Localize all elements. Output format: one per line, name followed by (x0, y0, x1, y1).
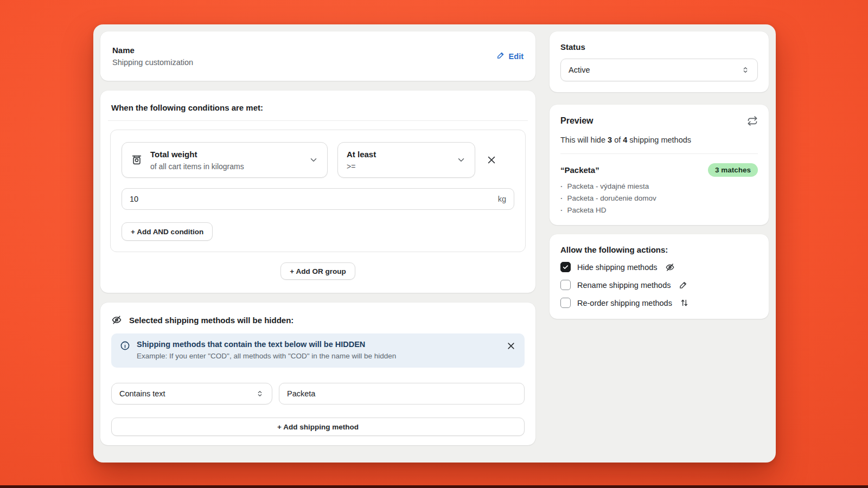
banner-heading: Shipping methods that contain the text b… (137, 340, 396, 349)
preview-header: Preview (560, 115, 758, 126)
settings-panel: Name Shipping customization Edit When th… (93, 24, 776, 463)
conditions-title: When the following conditions are met: (100, 91, 535, 120)
action-reorder-shipping-methods[interactable]: Re-order shipping methods (560, 298, 758, 308)
remove-condition-button[interactable] (486, 155, 497, 165)
info-icon (120, 341, 130, 351)
stepper-icon (256, 389, 264, 398)
action-rename-shipping-methods[interactable]: Rename shipping methods (560, 280, 758, 290)
condition-field-texts: Total weight of all cart items in kilogr… (150, 150, 244, 171)
chevron-down-icon (456, 155, 466, 165)
condition-operator-select[interactable]: At least >= (337, 142, 475, 178)
name-value: Shipping customization (112, 58, 193, 67)
condition-row: Total weight of all cart items in kilogr… (122, 142, 514, 178)
arrows-up-down-icon (680, 298, 689, 307)
name-card: Name Shipping customization Edit (100, 31, 535, 81)
eye-off-icon (665, 262, 675, 272)
action-label: Rename shipping methods (577, 281, 671, 290)
action-hide-shipping-methods[interactable]: Hide shipping methods (560, 262, 758, 272)
condition-operator-texts: At least >= (347, 150, 376, 171)
hide-methods-checkbox[interactable] (560, 262, 571, 272)
name-block: Name Shipping customization (112, 46, 193, 67)
matches-badge: 3 matches (708, 163, 758, 177)
banner-example: Example: If you enter "COD", all methods… (137, 352, 396, 360)
main-column: Name Shipping customization Edit When th… (100, 31, 535, 455)
hidden-methods-card: Selected shipping methods will be hidden… (100, 303, 535, 445)
preview-card: Preview This will hide 3 of 4 shipping m… (550, 105, 769, 225)
stepper-icon (741, 66, 750, 74)
summary-suffix: shipping methods (627, 136, 691, 144)
add-and-condition-button[interactable]: + Add AND condition (122, 222, 213, 241)
divider (108, 120, 528, 121)
summary-of: of (612, 136, 623, 144)
action-label: Re-order shipping methods (577, 299, 672, 307)
hidden-methods-header: Selected shipping methods will be hidden… (111, 314, 525, 325)
condition-field-label: Total weight (150, 150, 244, 159)
screen-bottom-edge (0, 485, 868, 488)
rename-methods-checkbox[interactable] (560, 280, 571, 290)
list-item: Packeta - výdajné miesta (560, 182, 758, 190)
chevron-down-icon (309, 155, 318, 165)
pencil-icon (496, 51, 505, 61)
list-item: Packeta - doručenie domov (560, 194, 758, 202)
query-label: “Packeta” (560, 165, 599, 175)
name-label: Name (112, 46, 193, 55)
add-shipping-method-button[interactable]: + Add shipping method (111, 418, 525, 436)
hidden-count: 3 (608, 136, 612, 144)
summary-prefix: This will hide (560, 136, 608, 144)
info-banner: Shipping methods that contain the text b… (111, 333, 525, 368)
or-group-wrap: + Add OR group (100, 262, 535, 280)
condition-value-input[interactable] (130, 195, 498, 203)
preview-title: Preview (560, 116, 593, 126)
method-match-row: Contains text (111, 383, 525, 404)
method-text-input[interactable] (279, 383, 525, 404)
status-value: Active (569, 66, 590, 74)
condition-field-sublabel: of all cart items in kilograms (150, 162, 244, 171)
condition-field-select[interactable]: Total weight of all cart items in kilogr… (122, 142, 328, 178)
condition-group: Total weight of all cart items in kilogr… (110, 130, 526, 252)
match-type-select[interactable]: Contains text (111, 383, 272, 404)
match-list: Packeta - výdajné miesta Packeta - doruč… (560, 182, 758, 214)
reorder-methods-checkbox[interactable] (560, 298, 571, 308)
condition-value-field[interactable]: kg (122, 188, 514, 210)
banner-close-icon[interactable] (506, 341, 516, 351)
status-title: Status (560, 42, 758, 52)
banner-texts: Shipping methods that contain the text b… (137, 340, 396, 360)
conditions-card: When the following conditions are met: T… (100, 91, 535, 293)
refresh-icon[interactable] (747, 115, 758, 126)
scale-icon (131, 154, 143, 166)
eye-off-icon (111, 314, 122, 325)
status-select[interactable]: Active (560, 59, 758, 81)
edit-label: Edit (509, 52, 524, 61)
pencil-icon (679, 280, 688, 290)
match-type-value: Contains text (119, 389, 165, 398)
edit-button[interactable]: Edit (496, 51, 524, 61)
preview-summary: This will hide 3 of 4 shipping methods (560, 136, 758, 144)
status-card: Status Active (550, 31, 769, 92)
add-or-group-button[interactable]: + Add OR group (280, 262, 355, 280)
action-label: Hide shipping methods (577, 263, 658, 272)
condition-operator-label: At least (347, 150, 376, 159)
hidden-methods-title: Selected shipping methods will be hidden… (129, 316, 293, 325)
allowed-actions-card: Allow the following actions: Hide shippi… (550, 234, 769, 319)
unit-label: kg (498, 195, 506, 203)
list-item: Packeta HD (560, 206, 758, 214)
divider (560, 153, 758, 154)
side-column: Status Active Preview This will hide 3 o… (550, 31, 769, 455)
condition-operator-symbol: >= (347, 162, 376, 171)
query-row: “Packeta” 3 matches (560, 163, 758, 177)
allowed-actions-title: Allow the following actions: (560, 245, 758, 254)
